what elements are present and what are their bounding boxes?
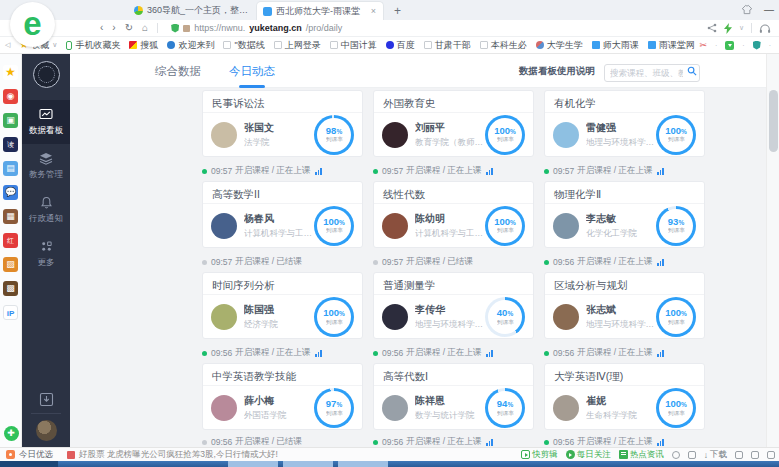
course-card[interactable]: 有机化学 雷健强 地理与环境科学学院 100%到课率 xyxy=(544,90,705,157)
browser-logo-360[interactable]: e xyxy=(10,2,55,47)
certificate-icon xyxy=(183,25,190,32)
download-box-icon[interactable] xyxy=(39,392,54,407)
copy-icon[interactable] xyxy=(767,451,775,459)
daily-follow-tool[interactable]: 每日关注 xyxy=(566,449,611,461)
bookmark-item[interactable]: 手机收藏夹 xyxy=(66,39,120,52)
game-app-icon[interactable]: ▦ xyxy=(3,209,18,224)
game-app-icon[interactable]: ▨ xyxy=(3,257,18,272)
course-card[interactable]: 大学英语Ⅳ(理) 崔妮 生命科学学院 100%到课率 xyxy=(544,363,705,430)
news-ticker[interactable]: 好股票 龙虎榜曝光公司疯狂抢筹3股,今日行情或大好! xyxy=(67,449,278,461)
browser-tab-yuketang[interactable]: 西北师范大学-雨课堂 × xyxy=(256,1,384,20)
quick-clip-tool[interactable]: 快剪辑 xyxy=(521,449,558,461)
360-games-clover-icon[interactable]: ✚ xyxy=(4,426,19,441)
reader-app-icon[interactable]: 读 xyxy=(3,137,18,152)
user-avatar[interactable] xyxy=(36,420,57,441)
tab-close-icon[interactable]: × xyxy=(370,6,377,16)
bookmark-item[interactable]: "数据线 xyxy=(223,39,264,52)
course-card[interactable]: 普通测量学 李传华 地理与环境科学学院 40%到课率 xyxy=(373,272,534,339)
refresh-icon[interactable]: ↻ xyxy=(125,23,133,33)
search-icon[interactable] xyxy=(687,66,697,76)
taskbar-button[interactable] xyxy=(338,461,388,467)
skin-shirt-icon[interactable] xyxy=(741,4,753,15)
course-card[interactable]: 物理化学Ⅱ 李志敏 化学化工学院 93%到课率 xyxy=(544,181,705,248)
bookmark-item[interactable]: 上网登录 xyxy=(274,39,321,52)
scrollbar-thumb[interactable] xyxy=(769,90,778,152)
tab-overview-data[interactable]: 综合数据 xyxy=(155,54,201,88)
bookmark-item[interactable]: 甘肃干部 xyxy=(424,39,471,52)
hot-news-tool[interactable]: 热点资讯 xyxy=(619,449,664,461)
bookmark-item[interactable]: 师大雨课 xyxy=(592,39,639,52)
tab-today-activity[interactable]: 今日动态 xyxy=(229,54,275,88)
teacher-avatar xyxy=(382,304,408,330)
print-icon[interactable] xyxy=(751,451,759,459)
gift-icon[interactable] xyxy=(6,450,15,459)
history-clock-icon[interactable] xyxy=(672,451,680,459)
course-card[interactable]: 民事诉讼法 张国文 法学院 98%到课率 xyxy=(202,90,363,157)
course-card[interactable]: 高等代数Ⅰ 陈祥恩 数学与统计学院 94%到课率 xyxy=(373,363,534,430)
bookmark-item[interactable]: 中国计算 xyxy=(330,39,377,52)
course-card[interactable]: 中学英语教学技能 薛小梅 外国语学院 97%到课率 xyxy=(202,363,363,430)
bookmark-item[interactable]: 欢迎来到 xyxy=(167,39,214,52)
download-tool[interactable]: ↓下载 xyxy=(704,449,727,461)
page-icon xyxy=(424,41,432,49)
teacher-name: 李传华 xyxy=(415,303,485,317)
wechat-app-icon[interactable]: ▣ xyxy=(3,113,18,128)
status-dot xyxy=(544,440,549,445)
windows-taskbar[interactable] xyxy=(0,461,779,467)
url-field[interactable]: https://nwnu.yuketang.cn/pro/daily xyxy=(171,23,342,33)
bookmark-item[interactable]: 大学生学 xyxy=(536,39,583,52)
taskbar-start-area[interactable] xyxy=(0,461,58,467)
course-title: 高等代数Ⅰ xyxy=(374,364,533,386)
teacher-name: 陈幼明 xyxy=(415,212,485,226)
dashboard-help-link[interactable]: 数据看板使用说明 xyxy=(519,65,595,78)
course-title: 物理化学Ⅱ xyxy=(545,182,704,204)
news-app-icon[interactable]: 红 xyxy=(3,233,18,248)
course-card[interactable]: 高等数学II 杨春风 计算机科学与工程学院 100%到课率 xyxy=(202,181,363,248)
course-card[interactable]: 区域分析与规划 张志斌 地理与环境科学学院 100%到课率 xyxy=(544,272,705,339)
bookmarks-collapse-icon[interactable]: ◁ xyxy=(5,41,10,49)
layers-icon xyxy=(39,152,53,165)
headphones-icon[interactable] xyxy=(759,23,771,34)
speed-lightning-icon[interactable] xyxy=(724,23,732,34)
forward-icon[interactable]: › xyxy=(112,23,115,33)
chat-app-icon[interactable]: 💬 xyxy=(3,185,18,200)
bookmark-item[interactable]: 本科生必 xyxy=(480,39,527,52)
sidebar-item-notices[interactable]: 行政通知 xyxy=(22,188,70,232)
favorites-star-icon[interactable]: ★ xyxy=(3,65,18,80)
status-dot xyxy=(373,440,378,445)
daily-picks-label[interactable]: 今日优选 xyxy=(19,449,53,461)
home-icon[interactable]: ⌂ xyxy=(142,23,148,33)
live-bars-icon xyxy=(657,439,664,446)
safety-shield-icon[interactable] xyxy=(753,41,761,50)
back-icon[interactable]: ‹ xyxy=(100,23,103,33)
bookmark-item[interactable]: 雨课堂网 xyxy=(648,39,695,52)
weibo-app-icon[interactable]: ◉ xyxy=(3,89,18,104)
flag-icon[interactable] xyxy=(735,451,743,459)
page-scrollbar[interactable] xyxy=(766,54,779,447)
session-status: 09:56开启课程 / 正在上课 xyxy=(544,436,705,447)
course-card[interactable]: 线性代数 陈幼明 计算机科学与工程学院 100%到课率 xyxy=(373,181,534,248)
course-card[interactable]: 外国教育史 刘丽平 教育学院（教师培训学院） 100%到课率 xyxy=(373,90,534,157)
sidebar-item-dashboard[interactable]: 数据看板 xyxy=(22,100,70,144)
minimize-button[interactable]: — xyxy=(764,5,774,15)
taskbar-button[interactable] xyxy=(228,461,278,467)
sidebar-item-more[interactable]: 更多 xyxy=(22,232,70,276)
attendance-ring: 98%到课率 xyxy=(314,115,354,155)
teacher-avatar xyxy=(211,213,237,239)
sidebar-item-academic[interactable]: 教务管理 xyxy=(22,144,70,188)
game-app-icon[interactable]: ▩ xyxy=(3,281,18,296)
search-input[interactable] xyxy=(604,64,700,82)
bookmark-item[interactable]: 百度 xyxy=(386,39,415,52)
bookmark-item[interactable]: 搜狐 xyxy=(129,39,158,52)
notes-app-icon[interactable]: ▤ xyxy=(3,161,18,176)
scissors-icon[interactable]: ✂ xyxy=(699,41,707,50)
taskbar-button[interactable] xyxy=(283,461,333,467)
chevron-down-icon[interactable]: ∨ xyxy=(739,24,744,32)
share-icon[interactable] xyxy=(707,23,717,33)
ip-app-icon[interactable]: iP xyxy=(3,305,18,320)
course-card[interactable]: 时间序列分析 陈国强 经济学院 100%到课率 xyxy=(202,272,363,339)
download-manager-icon[interactable] xyxy=(725,41,734,50)
pin-icon[interactable] xyxy=(688,451,696,459)
browser-tab-360nav[interactable]: 360导航_一个主页，整个世界 xyxy=(128,1,256,20)
new-tab-button[interactable]: + xyxy=(394,5,401,17)
